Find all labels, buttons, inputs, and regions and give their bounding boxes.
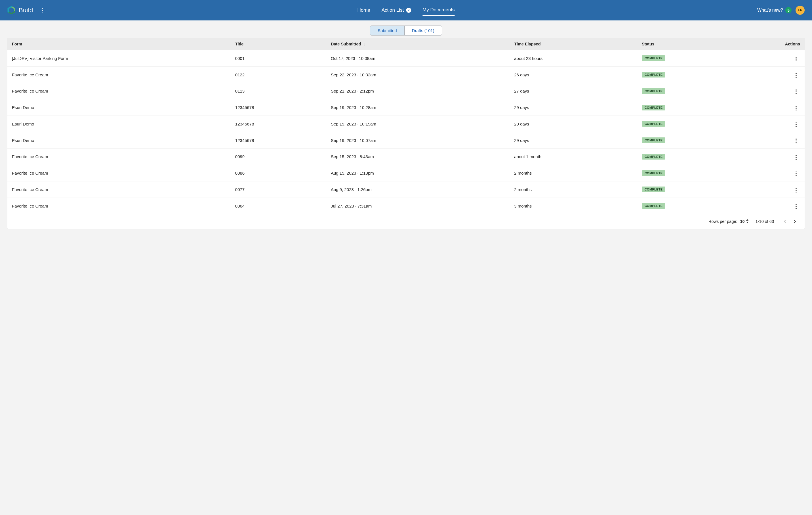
table-row[interactable]: Favorite Ice Cream0077Aug 9, 2023 · 1:26… [7,182,805,198]
table-row[interactable]: Favorite Ice Cream0064Jul 27, 2023 · 7:3… [7,197,805,214]
status-badge: COMPLETE [642,55,666,61]
cell-form: Esuri Demo [12,105,34,110]
row-actions-button[interactable] [792,170,800,178]
col-header-elapsed[interactable]: Time Elapsed [510,38,637,50]
row-actions-button[interactable] [792,186,800,194]
row-actions-button[interactable] [792,153,800,161]
nav-action-list[interactable]: Action List 2 [382,5,411,16]
more-vert-icon [42,8,44,13]
more-vert-icon [795,57,797,62]
cell-form: [JulDEV] Visitor Parking Form [12,56,68,61]
rows-per-page-label: Rows per page: [708,219,737,224]
row-actions-button[interactable] [792,72,800,80]
cell-title: 0086 [235,171,244,175]
app-menu-button[interactable] [37,4,48,16]
status-badge: COMPLETE [642,203,666,209]
table-row[interactable]: Favorite Ice Cream0086Aug 15, 2023 · 1:1… [7,165,805,182]
rows-per-page: Rows per page: 10 [708,219,749,224]
table-row[interactable]: Esuri Demo12345678Sep 19, 2023 · 10:07am… [7,132,805,148]
col-header-actions: Actions [741,38,805,50]
cell-form: Favorite Ice Cream [12,204,48,208]
row-actions-button[interactable] [792,137,800,145]
topbar-right: What's new? 5 EP [757,6,805,15]
tab-drafts[interactable]: Drafts (101) [404,26,442,35]
row-actions-button[interactable] [792,203,800,211]
more-vert-icon [795,188,797,193]
more-vert-icon [795,204,797,209]
status-badge: COMPLETE [642,187,666,192]
unfold-icon [746,219,749,224]
status-badge: COMPLETE [642,105,666,110]
col-header-form[interactable]: Form [7,38,231,50]
row-actions-button[interactable] [792,104,800,112]
cell-form: Favorite Ice Cream [12,73,48,77]
row-actions-button[interactable] [792,88,800,96]
cell-date: Aug 9, 2023 · 1:26pm [331,187,371,192]
more-vert-icon [795,171,797,176]
table-body: [JulDEV] Visitor Parking Form0001Oct 17,… [7,50,805,214]
table-header-row: Form Title Date Submitted ↓ Time Elapsed… [7,38,805,50]
table-row[interactable]: [JulDEV] Visitor Parking Form0001Oct 17,… [7,50,805,66]
tab-submitted-label: Submitted [378,28,397,33]
table-row[interactable]: Favorite Ice Cream0099Sep 15, 2023 · 8:4… [7,148,805,165]
tab-toggle: Submitted Drafts (101) [370,26,442,35]
nav-my-documents[interactable]: My Documents [423,5,455,16]
col-header-date-label: Date Submitted [331,42,361,46]
pager-prev-button[interactable] [781,217,789,225]
more-vert-icon [795,123,797,127]
avatar-initials: EP [798,8,802,12]
cell-title: 0122 [235,73,244,77]
cell-elapsed: 2 months [514,187,532,192]
col-header-status[interactable]: Status [637,38,741,50]
col-header-title[interactable]: Title [231,38,326,50]
col-header-status-label: Status [642,42,654,46]
documents-table: Form Title Date Submitted ↓ Time Elapsed… [7,38,805,214]
status-badge: COMPLETE [642,88,666,94]
table-row[interactable]: Favorite Ice Cream0113Sep 21, 2023 · 2:1… [7,83,805,99]
cell-elapsed: 29 days [514,105,529,110]
nav-home[interactable]: Home [357,5,370,16]
cell-form: Favorite Ice Cream [12,171,48,175]
table-row[interactable]: Favorite Ice Cream0122Sep 22, 2023 · 10:… [7,66,805,83]
cell-date: Oct 17, 2023 · 10:08am [331,56,375,61]
cell-form: Favorite Ice Cream [12,88,48,93]
brand[interactable]: Build [7,6,33,14]
cell-title: 0001 [235,56,244,61]
cell-title: 0077 [235,187,244,192]
col-header-elapsed-label: Time Elapsed [514,42,541,46]
tab-submitted[interactable]: Submitted [370,26,404,35]
pager-next-button[interactable] [791,217,799,225]
table-row[interactable]: Esuri Demo12345678Sep 19, 2023 · 10:19am… [7,116,805,132]
whats-new-button[interactable]: What's new? 5 [757,7,791,13]
tab-toggle-row: Submitted Drafts (101) [0,26,812,35]
nav-home-label: Home [357,7,370,13]
cell-elapsed: 27 days [514,88,529,93]
avatar[interactable]: EP [795,6,805,15]
cell-title: 12345678 [235,105,254,110]
row-actions-button[interactable] [792,55,800,63]
topbar: Build Home Action List 2 My Documents Wh… [0,0,812,21]
col-header-actions-label: Actions [785,42,800,46]
cell-form: Favorite Ice Cream [12,154,48,159]
table-row[interactable]: Esuri Demo12345678Sep 19, 2023 · 10:28am… [7,99,805,116]
cell-elapsed: 29 days [514,138,529,143]
chevron-right-icon [794,220,796,223]
col-header-date[interactable]: Date Submitted ↓ [326,38,510,50]
cell-elapsed: 3 months [514,204,532,208]
cell-date: Sep 15, 2023 · 8:43am [331,154,374,159]
more-vert-icon [795,139,797,143]
status-badge: COMPLETE [642,72,666,78]
brand-name: Build [19,6,33,14]
cell-date: Jul 27, 2023 · 7:31am [331,204,372,208]
cell-date: Sep 19, 2023 · 10:28am [331,105,376,110]
cell-date: Sep 22, 2023 · 10:32am [331,73,376,77]
rows-per-page-select[interactable]: 10 [740,219,749,224]
status-badge: COMPLETE [642,170,666,176]
cell-date: Aug 15, 2023 · 1:13pm [331,171,374,175]
row-actions-button[interactable] [792,121,800,129]
cell-title: 0099 [235,154,244,159]
pager-range: 1-10 of 63 [756,219,774,224]
action-list-badge: 2 [406,8,411,13]
more-vert-icon [795,106,797,111]
tab-drafts-label: Drafts (101) [412,28,434,33]
